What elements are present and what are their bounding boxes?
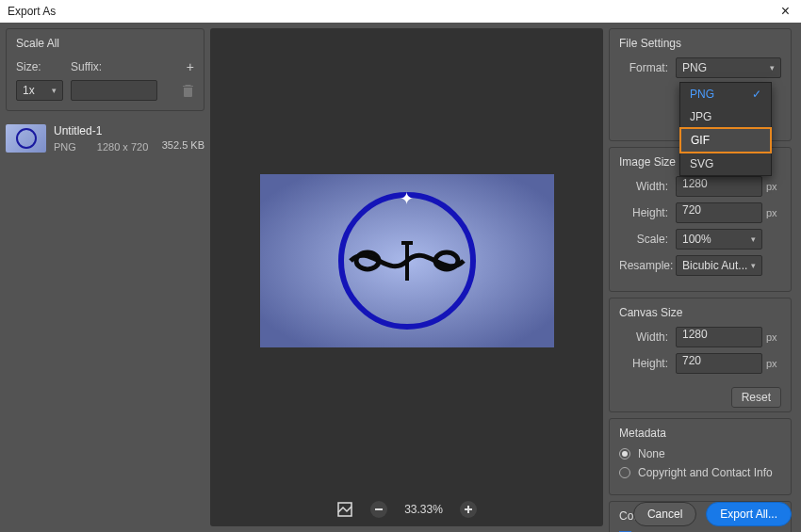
asset-filesize: 352.5 KB [162, 139, 204, 153]
size-value: 1x [23, 84, 35, 97]
size-label: Size: [16, 60, 61, 73]
canvas-size-section: Canvas Size Width:1280px Height:720px Re… [609, 298, 792, 412]
format-option-svg[interactable]: SVG [680, 153, 771, 175]
scale-all-section: Scale All Size: Suffix: + 1x ▾ [6, 28, 204, 111]
asset-row[interactable]: Untitled-1 PNG 1280 x 720 352.5 KB [6, 124, 204, 153]
star-icon: ✦ [400, 188, 414, 209]
metadata-cci-radio[interactable]: Copyright and Contact Info [619, 466, 781, 479]
cancel-button[interactable]: Cancel [633, 502, 696, 526]
zoom-toolbar: 33.33% [210, 492, 603, 526]
zoom-level: 33.33% [404, 503, 443, 516]
image-width-input[interactable]: 1280 [676, 176, 762, 197]
resample-select[interactable]: Bicubic Aut...▾ [676, 255, 762, 276]
metadata-none-radio[interactable]: None [619, 447, 781, 460]
check-icon: ✓ [752, 88, 761, 101]
scale-all-heading: Scale All [16, 37, 194, 50]
unit-px: px [762, 207, 781, 218]
radio-icon [619, 448, 630, 459]
chevron-down-icon: ▾ [770, 63, 775, 73]
suffix-input[interactable] [71, 80, 157, 101]
canvas-height-input[interactable]: 720 [676, 353, 762, 374]
close-icon[interactable]: × [777, 3, 793, 20]
scale-select[interactable]: 100%▾ [676, 229, 762, 250]
reset-button[interactable]: Reset [731, 387, 781, 408]
frame-icon[interactable] [336, 501, 353, 518]
format-option-png[interactable]: PNG ✓ [680, 83, 771, 105]
width-label: Width: [619, 180, 676, 193]
preview-area[interactable]: ✦ [210, 28, 603, 492]
file-settings-heading: File Settings [619, 37, 781, 50]
preview-panel: ✦ 33.33% [210, 28, 603, 526]
radio-icon [619, 467, 630, 478]
window-title: Export As [8, 5, 56, 18]
metadata-heading: Metadata [619, 427, 781, 440]
format-label: Format: [619, 61, 676, 74]
add-scale-icon[interactable]: + [187, 59, 194, 74]
format-select[interactable]: PNG ▾ [676, 57, 781, 78]
format-option-gif[interactable]: GIF [679, 127, 772, 153]
canvas-size-heading: Canvas Size [619, 306, 781, 319]
file-settings-section: File Settings Format: PNG ▾ PNG ✓ JPG GI… [609, 28, 792, 141]
suffix-label: Suffix: [71, 60, 116, 73]
chevron-down-icon: ▾ [52, 86, 57, 95]
asset-name: Untitled-1 [54, 124, 155, 137]
metadata-section: Metadata None Copyright and Contact Info [609, 418, 792, 495]
size-select[interactable]: 1x ▾ [16, 80, 63, 101]
zoom-in-button[interactable] [460, 501, 477, 518]
scale-label: Scale: [619, 233, 676, 246]
asset-format: PNG [54, 141, 76, 153]
svg-rect-3 [401, 241, 413, 245]
asset-dimensions: 1280 x 720 [97, 141, 148, 153]
canvas-width-input[interactable]: 1280 [676, 327, 762, 347]
zoom-out-button[interactable] [370, 501, 387, 518]
unit-px: px [762, 331, 781, 343]
format-dropdown: PNG ✓ JPG GIF SVG [679, 82, 772, 176]
dialog-footer: Cancel Export All... [633, 502, 792, 526]
left-panel: Scale All Size: Suffix: + 1x ▾ Untitled [0, 23, 210, 532]
format-option-jpg[interactable]: JPG [680, 105, 771, 128]
unit-px: px [762, 358, 781, 369]
unit-px: px [762, 181, 781, 192]
resample-label: Resample: [619, 259, 676, 272]
chevron-down-icon: ▾ [751, 261, 756, 270]
export-all-button[interactable]: Export All... [706, 502, 792, 526]
flourish-icon [341, 237, 473, 284]
image-height-input[interactable]: 720 [676, 202, 762, 223]
format-value: PNG [682, 61, 707, 74]
canvas-width-label: Width: [619, 330, 676, 344]
preview-artboard: ✦ [260, 174, 554, 347]
delete-scale-icon[interactable] [181, 84, 194, 97]
asset-thumbnail [6, 124, 46, 153]
canvas-height-label: Height: [619, 357, 676, 370]
window-titlebar: Export As × [0, 0, 801, 23]
height-label: Height: [619, 206, 676, 219]
right-panel: File Settings Format: PNG ▾ PNG ✓ JPG GI… [603, 23, 801, 532]
chevron-down-icon: ▾ [751, 234, 756, 244]
